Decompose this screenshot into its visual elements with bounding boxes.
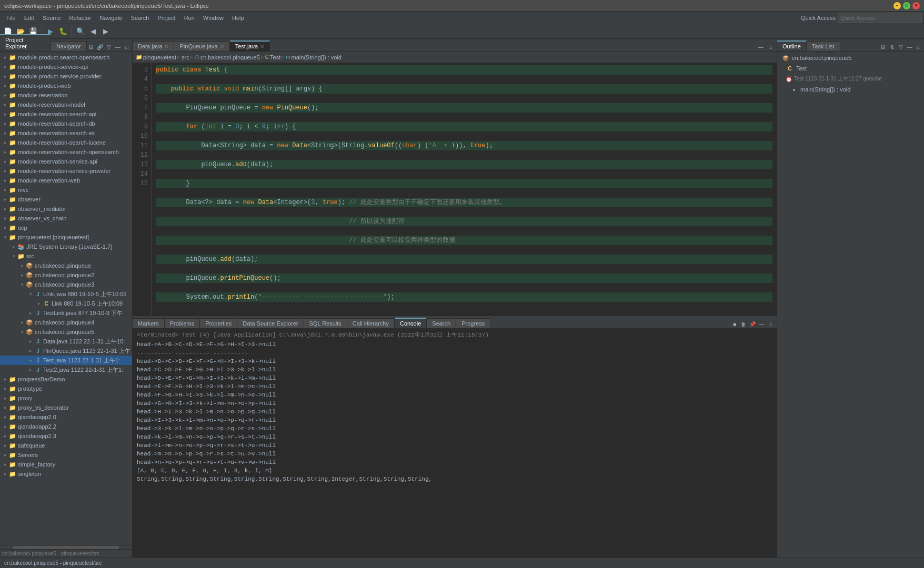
search-button[interactable]: 🔍 <box>75 26 86 37</box>
outline-class[interactable]: C Test <box>777 63 924 74</box>
maximize-panel-button[interactable]: □ <box>123 43 131 51</box>
code-editor[interactable]: 3 4 5 6 7 8 9 10 11 12 13 14 15 public c… <box>133 63 777 316</box>
forward-button[interactable]: ▶ <box>100 26 112 37</box>
debug-button[interactable]: 🐛 <box>57 26 69 37</box>
bc-package[interactable]: cn.bakecool.pinqueue5 <box>200 54 260 60</box>
tree-item-19[interactable]: ▾📁pinqueuetest [pinqueuetest] <box>0 232 132 242</box>
right-minimize-button[interactable]: — <box>906 43 914 51</box>
console-pin-button[interactable]: 📌 <box>748 320 757 328</box>
tab-properties[interactable]: Properties <box>200 318 237 328</box>
menu-edit[interactable]: Edit <box>20 14 38 22</box>
console-clear-button[interactable]: 🗑 <box>739 320 748 328</box>
tree-item-26[interactable]: ▸CLink 880 19-10-5 上午10:09 <box>0 299 132 308</box>
tab-test-java[interactable]: Test.java ✕ <box>230 40 270 51</box>
tree-item-4[interactable]: ▸📁module-reservation <box>0 90 132 100</box>
tree-item-28[interactable]: ▸📦cn.bakecool.pinqueue4 <box>0 318 132 327</box>
tree-item-30[interactable]: ▸JData.java 1122 22-1-31 上午10: <box>0 337 132 346</box>
tree-item-27[interactable]: ▸JTestLink.java 877 19-10-3 下午 <box>0 308 132 318</box>
tree-item-17[interactable]: ▸📁observer_vs_chain <box>0 214 132 223</box>
tree-item-39[interactable]: ▸📁qiandaoapp2.2 <box>0 422 132 431</box>
right-maximize-button[interactable]: □ <box>915 43 923 51</box>
tab-navigator[interactable]: Navigator <box>51 41 87 51</box>
minimize-button[interactable]: − <box>893 2 901 9</box>
tree-item-23[interactable]: ▸📦cn.bakecool.pinqueue2 <box>0 270 132 280</box>
menu-help[interactable]: Help <box>228 14 248 22</box>
console-terminate-button[interactable]: ■ <box>730 320 739 328</box>
tree-item-18[interactable]: ▸📁ocp <box>0 223 132 232</box>
bc-pinqueuetest[interactable]: pinqueuetest <box>143 54 176 60</box>
tree-item-42[interactable]: ▸📁Servers <box>0 450 132 460</box>
menu-run[interactable]: Run <box>180 14 199 22</box>
menu-window[interactable]: Window <box>199 14 228 22</box>
tab-task-list[interactable]: Task List <box>807 41 840 51</box>
tab-markers[interactable]: Markers <box>133 318 165 328</box>
menu-navigate[interactable]: Navigate <box>95 14 126 22</box>
tree-item-13[interactable]: ▸📁module-reservation-web <box>0 176 132 185</box>
tab-datasource[interactable]: Data Source Explorer <box>237 318 304 328</box>
tree-item-5[interactable]: ▸📁module-reservation-model <box>0 100 132 109</box>
tree-item-1[interactable]: ▸📁module-product-service-api <box>0 62 132 72</box>
tree-item-0[interactable]: ▸📁module-product-search-opensearch <box>0 53 132 62</box>
tree-item-6[interactable]: ▸📁module-reservation-search-api <box>0 109 132 119</box>
tree-item-12[interactable]: ▸📁module-reservation-service-provider <box>0 166 132 176</box>
tab-problems[interactable]: Problems <box>165 318 200 328</box>
tab-data-java-close[interactable]: ✕ <box>164 44 168 49</box>
tree-item-20[interactable]: ▸📚JRE System Library [JavaSE-1.7] <box>0 242 132 251</box>
tree-item-32[interactable]: ▸JTest.java 1123 22-1-31 上午1: <box>0 356 132 365</box>
tree-item-9[interactable]: ▸📁module-reservation-search-lucene <box>0 138 132 147</box>
bc-src[interactable]: src <box>182 54 189 60</box>
right-collapse-button[interactable]: ⊟ <box>879 43 887 51</box>
tree-item-15[interactable]: ▸📁observer <box>0 195 132 204</box>
console-maximize-button[interactable]: □ <box>766 320 775 328</box>
tab-search[interactable]: Search <box>427 318 456 328</box>
tab-sql[interactable]: SQL Results <box>304 318 347 328</box>
bc-method[interactable]: main(String[]) : void <box>292 54 342 60</box>
menu-file[interactable]: File <box>2 14 20 22</box>
tree-item-43[interactable]: ▸📁simple_factory <box>0 460 132 469</box>
tab-console[interactable]: Console <box>395 318 427 328</box>
view-menu-button[interactable]: ▽ <box>105 43 113 51</box>
bc-class[interactable]: Test <box>270 54 280 60</box>
tree-item-35[interactable]: ▸📁prototype <box>0 384 132 393</box>
tree-item-2[interactable]: ▸📁module-product-service-provider <box>0 72 132 81</box>
tree-item-3[interactable]: ▸📁module-product-web <box>0 81 132 90</box>
tree-item-21[interactable]: ▾📁src <box>0 251 132 261</box>
tree-item-36[interactable]: ▸📁proxy <box>0 393 132 403</box>
minimize-panel-button[interactable]: — <box>114 43 122 51</box>
tree-item-25[interactable]: ▾JLink.java 880 19-10-5 上午10:05 <box>0 289 132 299</box>
tab-test-java-close[interactable]: ✕ <box>260 44 264 49</box>
editor-maximize-button[interactable]: □ <box>766 43 775 51</box>
menu-refactor[interactable]: Refactor <box>65 14 96 22</box>
tab-outline[interactable]: Outline <box>777 40 807 51</box>
outline-method[interactable]: ● main(String[]) : void <box>777 84 924 95</box>
tab-progress[interactable]: Progress <box>456 318 490 328</box>
tree-item-16[interactable]: ▸📁observer_mediator <box>0 204 132 214</box>
right-sort-button[interactable]: ⇅ <box>888 43 896 51</box>
tree-item-8[interactable]: ▸📁module-reservation-search-es <box>0 128 132 138</box>
tree-item-29[interactable]: ▾📦cn.bakecool.pinqueue5 <box>0 327 132 337</box>
menu-search[interactable]: Search <box>127 14 154 22</box>
menu-source[interactable]: Source <box>38 14 65 22</box>
left-panel-scrollbar[interactable] <box>0 545 132 549</box>
tree-item-10[interactable]: ▸📁module-reservation-search-opensearch <box>0 147 132 157</box>
link-with-editor-button[interactable]: 🔗 <box>96 43 104 51</box>
console-area[interactable]: <terminated> Test (4) [Java Application]… <box>133 329 777 557</box>
tree-item-33[interactable]: ▸JTest2.java 1122 22-1-31 上午1: <box>0 365 132 374</box>
maximize-button[interactable]: □ <box>903 2 910 9</box>
quick-access-input[interactable] <box>838 13 922 23</box>
code-content[interactable]: public class Test { public static void m… <box>152 63 777 316</box>
collapse-all-button[interactable]: ⊟ <box>87 43 95 51</box>
tree-item-40[interactable]: ▸📁qiandaoapp2.3 <box>0 431 132 441</box>
tree-item-22[interactable]: ▸📦cn.bakecool.pinqueue <box>0 261 132 270</box>
tab-pinqueue-java-close[interactable]: ✕ <box>220 44 224 49</box>
close-button[interactable]: ✕ <box>912 2 920 9</box>
menu-project[interactable]: Project <box>153 14 179 22</box>
back-button[interactable]: ◀ <box>87 26 99 37</box>
tree-item-38[interactable]: ▸📁qiandaoapp2.0 <box>0 412 132 422</box>
right-filter-button[interactable]: ▽ <box>897 43 905 51</box>
tab-call-hierarchy[interactable]: Call Hierarchy <box>347 318 395 328</box>
tab-project-explorer[interactable]: Project Explorer <box>0 34 51 51</box>
tree-item-11[interactable]: ▸📁module-reservation-service-api <box>0 157 132 166</box>
tree-item-41[interactable]: ▸📁safequeue <box>0 441 132 450</box>
outline-package[interactable]: 📦 cn.bakecool.pinqueue5 <box>777 53 924 63</box>
